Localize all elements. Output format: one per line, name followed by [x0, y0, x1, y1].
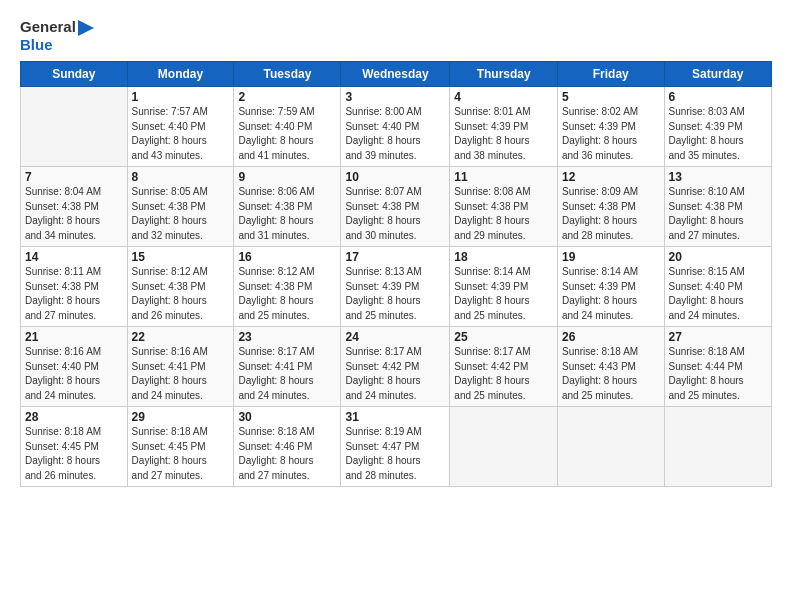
day-info: Sunrise: 8:06 AM Sunset: 4:38 PM Dayligh…: [238, 185, 336, 243]
calendar-cell: 25Sunrise: 8:17 AM Sunset: 4:42 PM Dayli…: [450, 327, 558, 407]
day-number: 8: [132, 170, 230, 184]
col-header-friday: Friday: [558, 62, 665, 87]
day-number: 15: [132, 250, 230, 264]
day-number: 4: [454, 90, 553, 104]
calendar-cell: 30Sunrise: 8:18 AM Sunset: 4:46 PM Dayli…: [234, 407, 341, 487]
day-info: Sunrise: 8:08 AM Sunset: 4:38 PM Dayligh…: [454, 185, 553, 243]
calendar-week-5: 28Sunrise: 8:18 AM Sunset: 4:45 PM Dayli…: [21, 407, 772, 487]
day-info: Sunrise: 8:13 AM Sunset: 4:39 PM Dayligh…: [345, 265, 445, 323]
calendar-cell: 21Sunrise: 8:16 AM Sunset: 4:40 PM Dayli…: [21, 327, 128, 407]
day-number: 10: [345, 170, 445, 184]
day-number: 1: [132, 90, 230, 104]
day-info: Sunrise: 8:15 AM Sunset: 4:40 PM Dayligh…: [669, 265, 767, 323]
day-number: 5: [562, 90, 660, 104]
calendar-cell: 20Sunrise: 8:15 AM Sunset: 4:40 PM Dayli…: [664, 247, 771, 327]
day-number: 18: [454, 250, 553, 264]
day-number: 23: [238, 330, 336, 344]
day-info: Sunrise: 7:59 AM Sunset: 4:40 PM Dayligh…: [238, 105, 336, 163]
day-number: 20: [669, 250, 767, 264]
page: GeneralBlue SundayMondayTuesdayWednesday…: [0, 0, 792, 612]
day-info: Sunrise: 8:18 AM Sunset: 4:46 PM Dayligh…: [238, 425, 336, 483]
day-info: Sunrise: 7:57 AM Sunset: 4:40 PM Dayligh…: [132, 105, 230, 163]
calendar-cell: 7Sunrise: 8:04 AM Sunset: 4:38 PM Daylig…: [21, 167, 128, 247]
day-number: 28: [25, 410, 123, 424]
calendar-cell: 6Sunrise: 8:03 AM Sunset: 4:39 PM Daylig…: [664, 87, 771, 167]
day-info: Sunrise: 8:16 AM Sunset: 4:41 PM Dayligh…: [132, 345, 230, 403]
day-info: Sunrise: 8:07 AM Sunset: 4:38 PM Dayligh…: [345, 185, 445, 243]
day-number: 7: [25, 170, 123, 184]
calendar-cell: [558, 407, 665, 487]
day-number: 31: [345, 410, 445, 424]
calendar-cell: [450, 407, 558, 487]
col-header-saturday: Saturday: [664, 62, 771, 87]
day-number: 27: [669, 330, 767, 344]
calendar-cell: 27Sunrise: 8:18 AM Sunset: 4:44 PM Dayli…: [664, 327, 771, 407]
calendar-header-row: SundayMondayTuesdayWednesdayThursdayFrid…: [21, 62, 772, 87]
calendar-table: SundayMondayTuesdayWednesdayThursdayFrid…: [20, 61, 772, 487]
calendar-cell: 26Sunrise: 8:18 AM Sunset: 4:43 PM Dayli…: [558, 327, 665, 407]
calendar-cell: 10Sunrise: 8:07 AM Sunset: 4:38 PM Dayli…: [341, 167, 450, 247]
calendar-cell: 9Sunrise: 8:06 AM Sunset: 4:38 PM Daylig…: [234, 167, 341, 247]
logo: GeneralBlue: [20, 18, 94, 53]
logo-text: GeneralBlue: [20, 18, 94, 53]
day-number: 2: [238, 90, 336, 104]
day-info: Sunrise: 8:10 AM Sunset: 4:38 PM Dayligh…: [669, 185, 767, 243]
svg-marker-0: [78, 20, 94, 36]
calendar-cell: 24Sunrise: 8:17 AM Sunset: 4:42 PM Dayli…: [341, 327, 450, 407]
day-info: Sunrise: 8:18 AM Sunset: 4:45 PM Dayligh…: [25, 425, 123, 483]
day-number: 13: [669, 170, 767, 184]
day-number: 9: [238, 170, 336, 184]
day-info: Sunrise: 8:01 AM Sunset: 4:39 PM Dayligh…: [454, 105, 553, 163]
calendar-cell: 29Sunrise: 8:18 AM Sunset: 4:45 PM Dayli…: [127, 407, 234, 487]
day-info: Sunrise: 8:19 AM Sunset: 4:47 PM Dayligh…: [345, 425, 445, 483]
calendar-cell: 3Sunrise: 8:00 AM Sunset: 4:40 PM Daylig…: [341, 87, 450, 167]
calendar-week-2: 7Sunrise: 8:04 AM Sunset: 4:38 PM Daylig…: [21, 167, 772, 247]
calendar-cell: 5Sunrise: 8:02 AM Sunset: 4:39 PM Daylig…: [558, 87, 665, 167]
col-header-monday: Monday: [127, 62, 234, 87]
day-info: Sunrise: 8:02 AM Sunset: 4:39 PM Dayligh…: [562, 105, 660, 163]
calendar-cell: 8Sunrise: 8:05 AM Sunset: 4:38 PM Daylig…: [127, 167, 234, 247]
calendar-week-4: 21Sunrise: 8:16 AM Sunset: 4:40 PM Dayli…: [21, 327, 772, 407]
calendar-cell: 28Sunrise: 8:18 AM Sunset: 4:45 PM Dayli…: [21, 407, 128, 487]
day-info: Sunrise: 8:05 AM Sunset: 4:38 PM Dayligh…: [132, 185, 230, 243]
day-info: Sunrise: 8:18 AM Sunset: 4:43 PM Dayligh…: [562, 345, 660, 403]
calendar-cell: [664, 407, 771, 487]
calendar-cell: 19Sunrise: 8:14 AM Sunset: 4:39 PM Dayli…: [558, 247, 665, 327]
day-number: 3: [345, 90, 445, 104]
day-number: 12: [562, 170, 660, 184]
day-info: Sunrise: 8:18 AM Sunset: 4:44 PM Dayligh…: [669, 345, 767, 403]
calendar-cell: 31Sunrise: 8:19 AM Sunset: 4:47 PM Dayli…: [341, 407, 450, 487]
logo-blue: Blue: [20, 36, 53, 53]
day-number: 24: [345, 330, 445, 344]
col-header-sunday: Sunday: [21, 62, 128, 87]
day-info: Sunrise: 8:00 AM Sunset: 4:40 PM Dayligh…: [345, 105, 445, 163]
day-number: 19: [562, 250, 660, 264]
calendar-cell: 2Sunrise: 7:59 AM Sunset: 4:40 PM Daylig…: [234, 87, 341, 167]
day-info: Sunrise: 8:17 AM Sunset: 4:41 PM Dayligh…: [238, 345, 336, 403]
day-number: 25: [454, 330, 553, 344]
calendar-cell: 15Sunrise: 8:12 AM Sunset: 4:38 PM Dayli…: [127, 247, 234, 327]
logo-arrow-icon: [78, 20, 94, 36]
day-info: Sunrise: 8:14 AM Sunset: 4:39 PM Dayligh…: [454, 265, 553, 323]
calendar-cell: 14Sunrise: 8:11 AM Sunset: 4:38 PM Dayli…: [21, 247, 128, 327]
calendar-cell: [21, 87, 128, 167]
calendar-cell: 12Sunrise: 8:09 AM Sunset: 4:38 PM Dayli…: [558, 167, 665, 247]
calendar-cell: 16Sunrise: 8:12 AM Sunset: 4:38 PM Dayli…: [234, 247, 341, 327]
day-number: 14: [25, 250, 123, 264]
calendar-cell: 13Sunrise: 8:10 AM Sunset: 4:38 PM Dayli…: [664, 167, 771, 247]
day-info: Sunrise: 8:17 AM Sunset: 4:42 PM Dayligh…: [454, 345, 553, 403]
day-info: Sunrise: 8:16 AM Sunset: 4:40 PM Dayligh…: [25, 345, 123, 403]
day-info: Sunrise: 8:11 AM Sunset: 4:38 PM Dayligh…: [25, 265, 123, 323]
calendar-cell: 18Sunrise: 8:14 AM Sunset: 4:39 PM Dayli…: [450, 247, 558, 327]
day-number: 29: [132, 410, 230, 424]
calendar-cell: 4Sunrise: 8:01 AM Sunset: 4:39 PM Daylig…: [450, 87, 558, 167]
logo-general: General: [20, 18, 76, 35]
day-info: Sunrise: 8:12 AM Sunset: 4:38 PM Dayligh…: [132, 265, 230, 323]
day-info: Sunrise: 8:18 AM Sunset: 4:45 PM Dayligh…: [132, 425, 230, 483]
header: GeneralBlue: [20, 18, 772, 53]
day-info: Sunrise: 8:12 AM Sunset: 4:38 PM Dayligh…: [238, 265, 336, 323]
col-header-thursday: Thursday: [450, 62, 558, 87]
day-number: 11: [454, 170, 553, 184]
calendar-week-1: 1Sunrise: 7:57 AM Sunset: 4:40 PM Daylig…: [21, 87, 772, 167]
day-info: Sunrise: 8:17 AM Sunset: 4:42 PM Dayligh…: [345, 345, 445, 403]
